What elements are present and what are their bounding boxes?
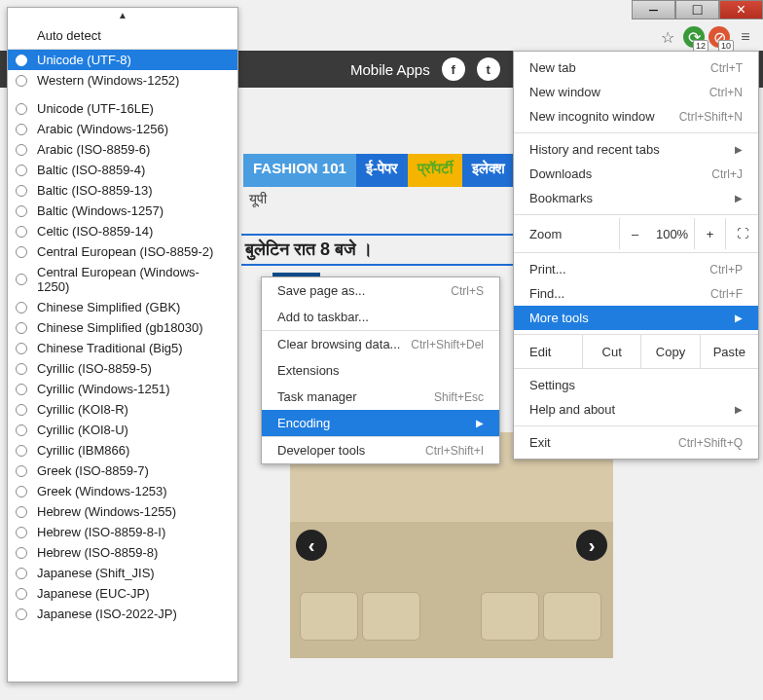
- menu-new-tab[interactable]: New tabCtrl+T: [514, 55, 758, 80]
- nav-tab-election[interactable]: इलेक्श: [462, 154, 515, 187]
- encoding-option[interactable]: Unicode (UTF-8): [8, 50, 237, 70]
- encoding-option-label: Chinese Simplified (GBK): [37, 300, 180, 314]
- scroll-up-arrow-icon[interactable]: ▲: [8, 8, 237, 22]
- encoding-option[interactable]: Cyrillic (KOI8-R): [8, 399, 237, 420]
- radio-icon: [16, 103, 27, 115]
- fullscreen-button[interactable]: ⛶: [725, 218, 758, 249]
- close-button[interactable]: ×: [719, 0, 763, 19]
- encoding-option[interactable]: Central European (Windows-1250): [8, 262, 237, 297]
- minimize-button[interactable]: –: [632, 0, 675, 19]
- carousel-prev-button[interactable]: ‹: [296, 530, 327, 561]
- twitter-icon[interactable]: t: [477, 57, 500, 81]
- menu-find[interactable]: Find...Ctrl+F: [514, 281, 758, 306]
- zoom-in-button[interactable]: +: [694, 218, 725, 249]
- encoding-option[interactable]: Greek (ISO-8859-7): [8, 461, 237, 481]
- menu-shortcut: Ctrl+S: [451, 284, 484, 298]
- carousel-next-button[interactable]: ›: [576, 530, 607, 561]
- encoding-option-label: Hebrew (ISO-8859-8-I): [37, 525, 165, 539]
- encoding-option[interactable]: Baltic (ISO-8859-13): [8, 180, 237, 201]
- extension-icon-1[interactable]: ⟳12: [683, 26, 705, 48]
- encoding-option[interactable]: Chinese Simplified (gb18030): [8, 317, 237, 338]
- menu-label: New tab: [529, 60, 576, 75]
- menu-exit[interactable]: ExitCtrl+Shift+Q: [514, 430, 758, 455]
- menu-label: Print...: [529, 262, 566, 276]
- encoding-option[interactable]: Chinese Traditional (Big5): [8, 338, 237, 358]
- image-detail: [481, 592, 539, 641]
- zoom-out-button[interactable]: –: [619, 218, 650, 249]
- submenu-add-to-taskbar[interactable]: Add to taskbar...: [262, 304, 499, 330]
- encoding-option-label: Cyrillic (ISO-8859-5): [37, 361, 152, 376]
- encoding-option[interactable]: Japanese (ISO-2022-JP): [8, 604, 237, 624]
- mobile-apps-link[interactable]: Mobile Apps: [350, 61, 430, 78]
- encoding-option-label: Cyrillic (Windows-1251): [37, 382, 170, 396]
- radio-icon: [16, 55, 27, 66]
- encoding-option[interactable]: Arabic (ISO-8859-6): [8, 139, 237, 160]
- menu-label: Settings: [529, 378, 575, 392]
- maximize-button[interactable]: □: [675, 0, 719, 19]
- menu-help[interactable]: Help and about▶: [514, 397, 758, 422]
- encoding-option[interactable]: Western (Windows-1252): [8, 70, 237, 91]
- encoding-option[interactable]: Cyrillic (ISO-8859-5): [8, 358, 237, 379]
- encoding-option[interactable]: Cyrillic (KOI8-U): [8, 420, 237, 440]
- menu-bookmarks[interactable]: Bookmarks▶: [514, 186, 758, 210]
- encoding-option[interactable]: Hebrew (ISO-8859-8): [8, 542, 237, 563]
- menu-label: Add to taskbar...: [277, 310, 369, 324]
- edit-paste-button[interactable]: Paste: [700, 335, 758, 368]
- encoding-option[interactable]: Japanese (Shift_JIS): [8, 563, 237, 583]
- encoding-option[interactable]: Greek (Windows-1253): [8, 481, 237, 501]
- menu-more-tools[interactable]: More tools▶: [514, 306, 758, 330]
- menu-shortcut: Ctrl+Shift+Del: [411, 338, 484, 351]
- encoding-option[interactable]: Central European (ISO-8859-2): [8, 241, 237, 262]
- radio-icon: [16, 124, 27, 135]
- hamburger-menu-icon[interactable]: ≡: [734, 25, 757, 49]
- extension-icon-2[interactable]: ⊘10: [708, 26, 730, 48]
- menu-downloads[interactable]: DownloadsCtrl+J: [514, 162, 758, 186]
- encoding-option-label: Baltic (ISO-8859-13): [37, 183, 153, 198]
- submenu-task-manager[interactable]: Task managerShift+Esc: [262, 384, 499, 410]
- nav-tab-epaper[interactable]: ई-पेपर: [356, 154, 408, 187]
- zoom-value: 100%: [650, 227, 694, 241]
- submenu-save-page-as[interactable]: Save page as...Ctrl+S: [262, 277, 499, 304]
- submenu-encoding[interactable]: Encoding▶: [262, 410, 499, 436]
- edit-copy-button[interactable]: Copy: [640, 335, 699, 368]
- site-nav-tabs: FASHION 101 ई-पेपर प्रॉपर्टी इलेक्श: [243, 154, 515, 187]
- radio-icon: [16, 165, 27, 176]
- encoding-option[interactable]: Chinese Simplified (GBK): [8, 297, 237, 317]
- encoding-option[interactable]: Hebrew (ISO-8859-8-I): [8, 522, 237, 542]
- menu-settings[interactable]: Settings: [514, 373, 758, 397]
- encoding-option[interactable]: Cyrillic (Windows-1251): [8, 379, 237, 399]
- encoding-option[interactable]: Unicode (UTF-16LE): [8, 98, 237, 119]
- encoding-auto-detect[interactable]: Auto detect: [8, 22, 237, 49]
- encoding-option[interactable]: Baltic (Windows-1257): [8, 201, 237, 221]
- encoding-option[interactable]: Cyrillic (IBM866): [8, 440, 237, 461]
- menu-shortcut: Ctrl+N: [709, 86, 743, 99]
- submenu-developer-tools[interactable]: Developer toolsCtrl+Shift+I: [262, 437, 499, 463]
- encoding-option[interactable]: Arabic (Windows-1256): [8, 119, 237, 139]
- radio-icon: [16, 588, 27, 600]
- menu-print[interactable]: Print...Ctrl+P: [514, 257, 758, 281]
- menu-label: Clear browsing data...: [277, 337, 400, 351]
- region-text: यूपी: [249, 191, 267, 207]
- encoding-option-label: Arabic (Windows-1256): [37, 122, 168, 136]
- encoding-option[interactable]: Hebrew (Windows-1255): [8, 501, 237, 522]
- encoding-submenu: ▲ Auto detect Unicode (UTF-8)Western (Wi…: [7, 7, 238, 682]
- menu-shortcut: Ctrl+Shift+N: [679, 110, 743, 124]
- submenu-clear-browsing-data[interactable]: Clear browsing data...Ctrl+Shift+Del: [262, 331, 499, 357]
- submenu-extensions[interactable]: Extensions: [262, 357, 499, 384]
- menu-new-incognito[interactable]: New incognito windowCtrl+Shift+N: [514, 104, 758, 129]
- facebook-icon[interactable]: f: [442, 57, 465, 81]
- menu-history[interactable]: History and recent tabs▶: [514, 137, 758, 162]
- edit-cut-button[interactable]: Cut: [582, 335, 640, 368]
- encoding-option-label: Celtic (ISO-8859-14): [37, 224, 153, 239]
- encoding-option[interactable]: Baltic (ISO-8859-4): [8, 160, 237, 180]
- menu-new-window[interactable]: New windowCtrl+N: [514, 80, 758, 104]
- nav-tab-fashion[interactable]: FASHION 101: [243, 154, 356, 187]
- encoding-option[interactable]: Japanese (EUC-JP): [8, 583, 237, 604]
- bookmark-star-icon[interactable]: ☆: [656, 25, 679, 49]
- radio-icon: [16, 506, 27, 518]
- radio-icon: [16, 384, 27, 395]
- nav-tab-property[interactable]: प्रॉपर्टी: [408, 154, 462, 187]
- encoding-option[interactable]: Celtic (ISO-8859-14): [8, 221, 237, 241]
- edit-label: Edit: [514, 345, 582, 359]
- radio-icon: [16, 322, 27, 334]
